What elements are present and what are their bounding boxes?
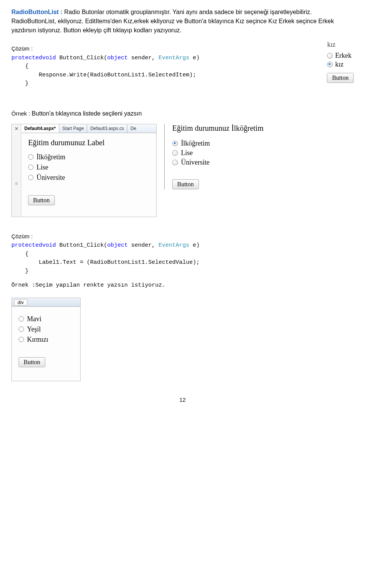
mini1-header: kız bbox=[327, 41, 354, 49]
code1-mid: sender, bbox=[128, 55, 159, 61]
code2-l2: { bbox=[11, 251, 29, 257]
code1-l2: { bbox=[11, 63, 29, 70]
radio-icon bbox=[28, 175, 33, 180]
code2-mid: sender, bbox=[128, 242, 159, 249]
vs-opt1: İlköğretim bbox=[36, 153, 65, 161]
vs-gutter: ✕ ≡ bbox=[12, 124, 21, 217]
bp-top: div bbox=[12, 298, 80, 307]
right-button[interactable]: Button bbox=[172, 179, 199, 189]
tab-default3cs[interactable]: Default3.aspx.cs bbox=[87, 124, 127, 133]
bp-opt1: Mavi bbox=[27, 315, 41, 323]
vs-opt2: Lise bbox=[36, 163, 48, 171]
tab-de[interactable]: De bbox=[127, 124, 156, 133]
solution-label-2: Çözüm : bbox=[11, 233, 33, 239]
code-block-1: Çözüm : protectedvoid Button1_Click(obje… bbox=[11, 44, 312, 88]
div-tag[interactable]: div bbox=[14, 299, 27, 306]
radio-icon bbox=[172, 150, 178, 156]
code2-l4: } bbox=[11, 268, 29, 274]
kw-protectedvoid2: protectedvoid bbox=[11, 242, 56, 249]
vs-opt3: Üniversite bbox=[36, 174, 65, 182]
ex1-text: Button'a tıklayınca listede seçileni yaz… bbox=[32, 110, 141, 117]
vs-button[interactable]: Button bbox=[28, 195, 55, 205]
radio-icon-selected bbox=[327, 62, 333, 67]
kw-object2: object bbox=[107, 242, 128, 249]
right-opt3: Üniversite bbox=[181, 158, 209, 166]
radio-icon bbox=[28, 165, 33, 170]
radio-icon bbox=[28, 154, 33, 160]
code1-l3: Response.Write(RadioButtonList1.Selected… bbox=[11, 72, 196, 78]
right-opt2: Lise bbox=[181, 149, 193, 157]
color-opt-yesil[interactable]: Yeşil bbox=[19, 325, 73, 333]
page-number: 12 bbox=[11, 396, 354, 403]
mini1-opt1-label: Erkek bbox=[335, 52, 351, 60]
ex1-pre: Örnek : bbox=[11, 110, 32, 117]
right-opt-universite[interactable]: Üniversite bbox=[172, 158, 263, 166]
vs-opt-universite[interactable]: Üniversite bbox=[28, 174, 149, 182]
code-block-2: Çözüm : protectedvoid Button1_Click(obje… bbox=[11, 232, 354, 276]
bp-opt2: Yeşil bbox=[27, 325, 41, 333]
radio-icon bbox=[327, 53, 333, 59]
radio-icon bbox=[19, 316, 24, 322]
code1-fn: Button1_Click( bbox=[56, 55, 107, 61]
tab-startpage[interactable]: Start Page bbox=[59, 124, 87, 133]
close-icon[interactable]: ✕ bbox=[14, 126, 19, 132]
solution-label-1: Çözüm : bbox=[11, 45, 33, 52]
right-opt1: İlköğretim bbox=[181, 139, 210, 147]
kw-protectedvoid: protectedvoid bbox=[11, 55, 56, 61]
radio-icon bbox=[19, 337, 24, 342]
color-panel: div Mavi Yeşil Kırmızı Button bbox=[11, 298, 81, 381]
vs-opt-ilkogretim[interactable]: İlköğretim bbox=[28, 153, 149, 161]
bp-opt3: Kırmızı bbox=[27, 336, 48, 344]
color-opt-kirmizi[interactable]: Kırmızı bbox=[19, 336, 73, 344]
right-opt-ilkogretim[interactable]: İlköğretim bbox=[172, 139, 263, 147]
code1-tail: e) bbox=[189, 55, 200, 61]
code2-fn: Button1_Click( bbox=[56, 242, 107, 249]
mini1-opt2-label: kız bbox=[335, 60, 343, 68]
tab-default4[interactable]: Default4.aspx* bbox=[21, 124, 59, 133]
term-radiobuttonlist: RadioButtonList : bbox=[11, 9, 62, 15]
vs-opt-lise[interactable]: Lise bbox=[28, 163, 149, 171]
kw-eventargs: EventArgs bbox=[159, 55, 189, 61]
vs-caption: Eğitim durumunuz Label bbox=[28, 138, 149, 147]
kw-eventargs2: EventArgs bbox=[159, 242, 189, 249]
vs-panel: ✕ ≡ Default4.aspx* Start Page Default3.a… bbox=[11, 124, 157, 217]
vs-body: Eğitim durumunuz Label İlköğretim Lise Ü… bbox=[21, 133, 156, 217]
radio-icon bbox=[19, 326, 24, 332]
example1-heading: Örnek : Button'a tıklayınca listede seçi… bbox=[11, 109, 354, 118]
radio-icon-selected bbox=[172, 141, 178, 146]
color-button[interactable]: Button bbox=[19, 357, 45, 367]
mini1-button[interactable]: Button bbox=[327, 73, 354, 83]
browser-output-panel: Eğitim durumunuz İlköğretim İlköğretim L… bbox=[164, 124, 263, 189]
code1-l4: } bbox=[11, 80, 29, 87]
example2-heading: Örnek :Seçim yapılan renkte yazsın istiy… bbox=[11, 281, 354, 290]
mini1-opt-kiz[interactable]: kız bbox=[327, 60, 354, 68]
color-opt-mavi[interactable]: Mavi bbox=[19, 315, 73, 323]
mini-output-1: kız Erkek kız Button bbox=[327, 39, 354, 83]
collapse-icon[interactable]: ≡ bbox=[15, 181, 17, 186]
radio-icon bbox=[172, 160, 178, 165]
kw-object: object bbox=[107, 55, 128, 61]
code2-l3: Label1.Text = (RadioButtonList1.Selected… bbox=[11, 259, 200, 266]
right-opt-lise[interactable]: Lise bbox=[172, 149, 263, 157]
intro-paragraph: RadioButtonList : Radio Butonlar otomati… bbox=[11, 8, 354, 35]
code2-tail: e) bbox=[189, 242, 200, 249]
right-header: Eğitim durumunuz İlköğretim bbox=[172, 124, 263, 133]
vs-tabs: Default4.aspx* Start Page Default3.aspx.… bbox=[21, 124, 156, 133]
mini1-opt-erkek[interactable]: Erkek bbox=[327, 52, 354, 60]
